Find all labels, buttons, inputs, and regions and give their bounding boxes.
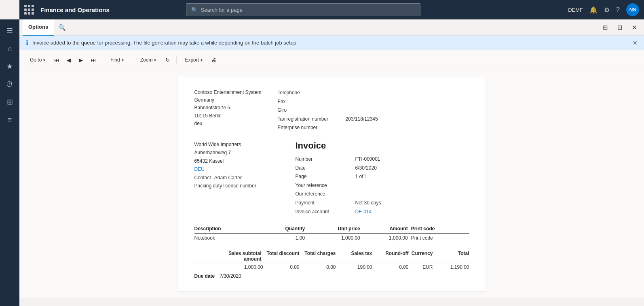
content-area: Go to ▾ ⏮ ◀ ▶ ⏭ Find ▾ Zoom ▾ ↻ Export ▾ bbox=[19, 50, 644, 298]
invoice-document: Contoso Entertainment System Germany Bah… bbox=[178, 76, 486, 291]
packing-label: Packing duty license number bbox=[194, 182, 283, 190]
app-title: Finance and Operations bbox=[40, 6, 110, 13]
sidebar-recent-icon[interactable]: ⏱ bbox=[2, 76, 18, 92]
customer-city: 65432 Kassel bbox=[194, 157, 283, 165]
sales-tax-value: 190.00 bbox=[336, 264, 372, 270]
global-search[interactable]: 🔍 Search for a page bbox=[186, 3, 420, 16]
left-sidebar: ☰ ⌂ ★ ⏱ ⊞ ≡ bbox=[0, 19, 19, 298]
sales-tax-header: Sales tax bbox=[336, 251, 372, 262]
expand-panel-button[interactable]: ⊡ bbox=[613, 21, 626, 34]
inv-number-label: Number bbox=[296, 155, 352, 164]
subtotal-amount-label: amount bbox=[227, 256, 262, 262]
company-details: Telephone Fax Giro Tax registration numb… bbox=[278, 89, 378, 132]
company-name: Contoso Entertainment System bbox=[194, 89, 262, 96]
contact-value: Adam Carter bbox=[214, 174, 242, 182]
info-message: Invoice added to the queue for processin… bbox=[32, 40, 296, 46]
toolbar-divider-1 bbox=[102, 56, 102, 64]
invoice-body: World Wide Importers Auherhahnweg 7 6543… bbox=[194, 140, 469, 216]
sidebar-home-icon[interactable]: ⌂ bbox=[2, 40, 18, 57]
company-address: Contoso Entertainment System Germany Bah… bbox=[194, 89, 262, 132]
inv-number-value: FTI-000001 bbox=[355, 155, 380, 164]
item-quantity: 1.00 bbox=[259, 234, 308, 243]
secondary-toolbar: Options 🔍 ⊟ ⊡ ✕ bbox=[19, 19, 644, 36]
company-city: 10115 Berlin bbox=[194, 112, 262, 120]
search-icon: 🔍 bbox=[191, 7, 198, 13]
customer-info: World Wide Importers Auherhahnweg 7 6543… bbox=[194, 140, 283, 216]
inv-date-label: Date bbox=[296, 164, 352, 173]
toolbar-window-controls: ⊟ ⊡ ✕ bbox=[599, 21, 644, 34]
last-page-button[interactable]: ⏭ bbox=[88, 55, 98, 65]
round-off-header: Round-off bbox=[372, 251, 409, 262]
giro-label: Giro bbox=[278, 106, 287, 115]
due-date-label: Due date bbox=[194, 273, 215, 279]
document-toolbar: Go to ▾ ⏮ ◀ ▶ ⏭ Find ▾ Zoom ▾ ↻ Export ▾ bbox=[19, 50, 644, 70]
find-button[interactable]: Find ▾ bbox=[106, 54, 127, 66]
zoom-chevron-icon: ▾ bbox=[154, 58, 156, 62]
col-description: Description bbox=[194, 224, 259, 234]
telephone-label: Telephone bbox=[278, 89, 300, 98]
sidebar-workspaces-icon[interactable]: ⊞ bbox=[2, 94, 18, 110]
find-chevron-icon: ▾ bbox=[122, 58, 124, 62]
zoom-button[interactable]: Zoom ▾ bbox=[136, 54, 160, 66]
fax-label: Fax bbox=[278, 98, 286, 106]
inv-account-value[interactable]: DE-014 bbox=[355, 208, 372, 217]
sidebar-menu-icon[interactable]: ☰ bbox=[2, 23, 18, 39]
print-button[interactable]: 🖨 bbox=[209, 55, 219, 65]
inv-payment-label: Payment bbox=[296, 199, 352, 208]
info-close-button[interactable]: ✕ bbox=[633, 40, 638, 46]
total-header: Total bbox=[433, 251, 469, 262]
inv-page-label: Page bbox=[296, 172, 352, 181]
help-icon[interactable]: ? bbox=[616, 6, 620, 13]
search-placeholder: Search for a page bbox=[201, 7, 243, 13]
round-off-value: 0.00 bbox=[372, 264, 409, 270]
company-street: Bahnhofstraße 5 bbox=[194, 104, 262, 112]
refresh-button[interactable]: ↻ bbox=[163, 55, 172, 65]
nav-right: DEMF 🔔 ⚙ ? NS bbox=[568, 3, 639, 16]
total-charges-value: 0.00 bbox=[300, 264, 336, 270]
invoice-title: Invoice bbox=[296, 140, 469, 151]
due-date-row: Due date 7/30/2020 bbox=[194, 273, 469, 279]
col-unit-price: Unit price bbox=[308, 224, 363, 234]
col-amount: Amount bbox=[363, 224, 411, 234]
tax-reg-label: Tax registration number bbox=[278, 115, 342, 124]
goto-button[interactable]: Go to ▾ bbox=[26, 54, 49, 66]
minimize-panel-button[interactable]: ⊟ bbox=[599, 21, 612, 34]
currency-header: Currency bbox=[409, 251, 433, 262]
notification-icon[interactable]: 🔔 bbox=[589, 6, 598, 14]
sidebar-favorites-icon[interactable]: ★ bbox=[2, 58, 18, 74]
customer-street: Auherhahnweg 7 bbox=[194, 149, 283, 157]
total-value: 1,190.00 bbox=[433, 264, 469, 270]
export-button[interactable]: Export ▾ bbox=[181, 54, 207, 66]
user-avatar[interactable]: NS bbox=[626, 3, 639, 16]
top-nav: Finance and Operations 🔍 Search for a pa… bbox=[19, 0, 644, 19]
subtotal-header: Sales subtotal amount bbox=[227, 251, 263, 262]
close-panel-button[interactable]: ✕ bbox=[628, 21, 641, 34]
item-description: Notebook bbox=[194, 234, 259, 243]
item-amount: 1,000.00 bbox=[363, 234, 411, 243]
next-page-button[interactable]: ▶ bbox=[76, 55, 86, 65]
tax-reg-value: 203/118/12345 bbox=[346, 115, 378, 124]
settings-icon[interactable]: ⚙ bbox=[604, 6, 610, 14]
info-banner: ℹ Invoice added to the queue for process… bbox=[19, 36, 644, 50]
invoice-items-table: Description Quantity Unit price Amount P… bbox=[194, 224, 469, 242]
invoice-fields: Number FTI-000001 Date 6/30/2020 Page 1 … bbox=[296, 155, 469, 216]
customer-country-link[interactable]: DEU bbox=[194, 166, 205, 172]
prev-page-button[interactable]: ◀ bbox=[64, 55, 74, 65]
sidebar-list-icon[interactable]: ≡ bbox=[2, 112, 18, 128]
toolbar-divider-3 bbox=[176, 56, 177, 64]
tab-options[interactable]: Options bbox=[23, 19, 54, 36]
due-date-value: 7/30/2020 bbox=[220, 273, 241, 279]
apps-grid-icon[interactable] bbox=[24, 5, 34, 15]
totals-section: Sales subtotal amount Total discount Tot… bbox=[194, 251, 469, 279]
toolbar-divider-2 bbox=[132, 56, 132, 64]
first-page-button[interactable]: ⏮ bbox=[52, 55, 61, 65]
inv-payment-value: Net 30 days bbox=[355, 199, 381, 208]
goto-chevron-icon: ▾ bbox=[43, 58, 45, 62]
company-country: Germany bbox=[194, 96, 262, 104]
item-unit-price: 1,000.00 bbox=[308, 234, 363, 243]
item-print-code: Print code bbox=[411, 234, 469, 243]
toolbar-search-button[interactable]: 🔍 bbox=[55, 21, 68, 34]
subtotal-label: Sales subtotal bbox=[227, 251, 262, 256]
total-charges-header: Total charges bbox=[300, 251, 336, 262]
total-discount-header: Total discount bbox=[263, 251, 300, 262]
